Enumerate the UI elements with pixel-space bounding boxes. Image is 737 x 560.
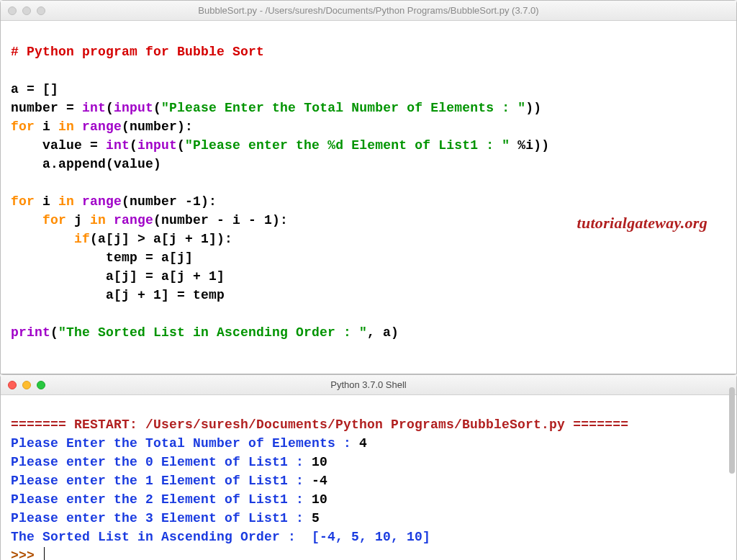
code-editor[interactable]: # Python program for Bubble Sort a = [] …	[1, 21, 736, 374]
prompt-icon: >>>	[11, 548, 42, 560]
editor-window: BubbleSort.py - /Users/suresh/Documents/…	[0, 0, 737, 374]
shell-titlebar[interactable]: Python 3.7.0 Shell	[1, 375, 736, 395]
minimize-icon[interactable]	[22, 381, 31, 389]
shell-line: Please Enter the Total Number of Element…	[11, 436, 367, 451]
editor-title: BubbleSort.py - /Users/suresh/Documents/…	[1, 5, 736, 16]
code-line: for i in range(number -1):	[11, 194, 217, 209]
code-line: temp = a[j]	[11, 250, 193, 265]
code-line: print("The Sorted List in Ascending Orde…	[11, 325, 399, 340]
shell-output[interactable]: ======= RESTART: /Users/suresh/Documents…	[1, 395, 736, 560]
restart-banner: ======= RESTART: /Users/suresh/Documents…	[11, 417, 628, 432]
scrollbar-thumb[interactable]	[729, 387, 735, 474]
code-line: number = int(input("Please Enter the Tot…	[11, 101, 541, 115]
code-line: value = int(input("Please enter the %d E…	[11, 138, 549, 153]
maximize-icon[interactable]	[37, 6, 45, 15]
close-icon[interactable]	[8, 6, 17, 15]
shell-window: Python 3.7.0 Shell ======= RESTART: /Use…	[0, 374, 737, 560]
code-line: a.append(value)	[11, 157, 161, 171]
minimize-icon[interactable]	[22, 6, 31, 15]
code-line: if(a[j] > a[j + 1]):	[11, 232, 232, 246]
editor-titlebar[interactable]: BubbleSort.py - /Users/suresh/Documents/…	[1, 1, 736, 21]
code-line: a = []	[11, 82, 58, 96]
traffic-lights	[8, 381, 45, 389]
shell-line: Please enter the 3 Element of List1 : 5	[11, 511, 320, 525]
code-line: a[j] = a[j + 1]	[11, 269, 225, 284]
shell-result: The Sorted List in Ascending Order : [-4…	[11, 530, 430, 544]
shell-line: Please enter the 2 Element of List1 : 10	[11, 492, 327, 507]
code-line: a[j + 1] = temp	[11, 288, 225, 302]
shell-title: Python 3.7.0 Shell	[1, 379, 736, 390]
close-icon[interactable]	[8, 381, 17, 389]
shell-line: Please enter the 0 Element of List1 : 10	[11, 455, 327, 469]
scrollbar[interactable]	[726, 20, 736, 560]
maximize-icon[interactable]	[37, 381, 45, 389]
text-cursor-icon	[44, 547, 45, 560]
code-line: for i in range(number):	[11, 119, 193, 134]
shell-prompt-line[interactable]: >>>	[11, 548, 45, 560]
watermark-text: tutorialgateway.org	[577, 214, 707, 232]
code-line: for j in range(number - i - 1):	[11, 213, 288, 227]
code-comment: # Python program for Bubble Sort	[11, 45, 264, 59]
traffic-lights	[8, 6, 45, 15]
shell-line: Please enter the 1 Element of List1 : -4	[11, 474, 327, 488]
